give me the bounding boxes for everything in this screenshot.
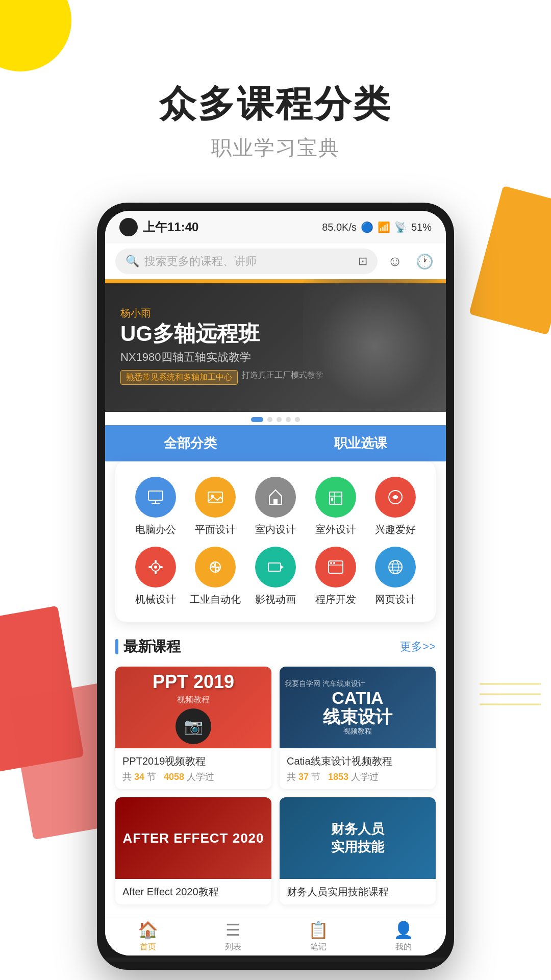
ae-title: AFTER EFFECT 2020 [122,830,264,846]
cat-icon-outdoor-design [315,477,356,518]
svg-point-16 [154,566,157,569]
status-wifi: 📡 [394,221,407,233]
camera-dot [119,218,138,236]
course-info-finance: 财务人员实用技能课程 [280,879,436,904]
course-card-ae2020[interactable]: AFTER EFFECT 2020 After Effect 2020教程 [115,797,271,904]
course-name-finance: 财务人员实用技能课程 [287,885,429,898]
cat-label-webdesign: 网页设计 [375,593,416,606]
category-item-computer-office[interactable]: 电脑办公 [126,477,186,536]
history-icon[interactable]: 🕐 [413,250,436,273]
course-info-catia: Catia线束设计视频教程 共 37 节 1853 人学过 [280,748,436,789]
nav-label-list: 列表 [225,942,241,952]
phone-container: 上午11:40 85.0K/s 🔵 📶 📡 51% 🔍 搜索更多的课程、讲师 ⊡ [0,203,551,970]
banner-image[interactable]: 杨小雨 UG多轴远程班 NX1980四轴五轴实战教学 熟悉常见系统和多轴加工中心… [105,279,446,412]
catia-lessons: 37 [298,772,309,782]
main-title: 众多课程分类 [0,82,551,126]
course-meta-ppt2019: 共 34 节 4058 人学过 [122,771,264,783]
svg-marker-27 [281,565,284,569]
cat-label-programming: 程序开发 [315,593,356,606]
course-thumb-catia: 我要自学网 汽车线束设计 CATIA线束设计 视频教程 [280,667,436,748]
notch-left: 上午11:40 [119,218,198,236]
status-battery: 51% [411,222,432,233]
smiley-icon[interactable]: ☺ [384,250,406,273]
all-categories-button[interactable]: 全部分类 [105,425,276,461]
cat-icon-mechanical [135,547,176,587]
catia-sub: 视频教程 [343,727,372,736]
section-title-bar [115,639,118,654]
category-item-hobby[interactable]: 兴趣爱好 [365,477,425,536]
career-courses-button[interactable]: 职业选课 [276,425,446,461]
course-name-ae2020: After Effect 2020教程 [122,885,264,898]
course-name-catia: Catia线束设计视频教程 [287,754,429,768]
section-header: 最新课程 更多>> [115,637,436,656]
catia-title: CATIA线束设计 [323,689,392,727]
course-card-catia[interactable]: 我要自学网 汽车线束设计 CATIA线束设计 视频教程 Catia线束设计视频教… [280,667,436,789]
catia-brand: 我要自学网 汽车线束设计 [285,679,365,689]
cat-icon-hobby [375,477,416,518]
nav-item-home[interactable]: 🏠 首页 [105,920,190,952]
category-item-film[interactable]: 影视动画 [245,547,306,606]
course-meta-catia: 共 37 节 1853 人学过 [287,771,429,783]
cat-icon-webdesign [375,547,416,587]
phone-bottom-bar [105,958,446,962]
more-link[interactable]: 更多>> [400,639,436,654]
cat-icon-programming [315,547,356,587]
sub-title: 职业学习宝典 [0,134,551,162]
cat-label-hobby: 兴趣爱好 [375,523,416,536]
course-card-ppt2019[interactable]: PPT 2019 视频教程 📷 PPT2019视频教程 共 34 节 4058 … [115,667,271,789]
course-info-ppt2019: PPT2019视频教程 共 34 节 4058 人学过 [115,748,271,789]
dot-4[interactable] [286,417,291,422]
dot-1[interactable] [251,417,263,422]
status-time: 上午11:40 [143,219,198,235]
nav-label-home: 首页 [140,942,156,952]
dot-2[interactable] [267,417,272,422]
course-name-ppt2019: PPT2019视频教程 [122,754,264,768]
svg-rect-19 [148,566,152,568]
phone-screen: 上午11:40 85.0K/s 🔵 📶 📡 51% 🔍 搜索更多的课程、讲师 ⊡ [105,211,446,955]
cat-icon-computer-office [135,477,176,518]
dot-5[interactable] [295,417,300,422]
category-item-mechanical[interactable]: 机械设计 [126,547,186,606]
notch-right: 85.0K/s 🔵 📶 📡 51% [322,221,432,233]
latest-section: 最新课程 更多>> PPT 2019 视频教程 📷 PPT2019视频教程 [105,622,446,915]
category-item-industrial[interactable]: 工业自动化 [186,547,246,606]
svg-rect-20 [160,566,163,568]
svg-rect-17 [155,560,157,563]
search-box[interactable]: 🔍 搜索更多的课程、讲师 ⊡ [115,249,378,274]
ppt-camera-icon: 📷 [176,708,211,744]
nav-label-profile: 我的 [395,942,412,952]
nav-item-profile[interactable]: 👤 我的 [361,920,446,952]
category-item-interior-design[interactable]: 室内设计 [245,477,306,536]
section-title-row: 最新课程 [115,637,181,656]
category-item-webdesign[interactable]: 网页设计 [365,547,425,606]
search-icon: 🔍 [126,255,139,268]
svg-rect-3 [148,491,163,500]
banner-dots [105,412,446,425]
profile-icon: 👤 [393,920,414,940]
course-thumb-finance: 财务人员实用技能 [280,797,436,879]
category-item-graphic-design[interactable]: 平面设计 [186,477,246,536]
svg-rect-26 [268,563,281,571]
banner-bg-hex [303,279,446,412]
svg-point-30 [330,562,332,564]
cat-label-outdoor-design: 室外设计 [315,523,356,536]
svg-rect-18 [155,571,157,574]
cat-label-graphic-design: 平面设计 [195,523,236,536]
home-icon: 🏠 [138,920,158,940]
ppt-thumb-title: PPT 2019 [153,671,234,693]
catia-students: 1853 [328,772,348,782]
ppt-lessons: 34 [134,772,144,782]
ppt-students: 4058 [164,772,184,782]
nav-label-notes: 笔记 [310,942,327,952]
category-card: 电脑办公 平面设计 [115,461,436,622]
course-card-finance[interactable]: 财务人员实用技能 财务人员实用技能课程 [280,797,436,904]
category-item-programming[interactable]: 程序开发 [306,547,366,606]
nav-item-list[interactable]: ☰ 列表 [190,920,276,952]
nav-item-notes[interactable]: 📋 笔记 [276,920,361,952]
section-title: 最新课程 [123,637,181,656]
category-item-outdoor-design[interactable]: 室外设计 [306,477,366,536]
cat-icon-interior-design [255,477,296,518]
course-grid: PPT 2019 视频教程 📷 PPT2019视频教程 共 34 节 4058 … [115,667,436,904]
scan-icon[interactable]: ⊡ [358,255,367,268]
dot-3[interactable] [277,417,282,422]
